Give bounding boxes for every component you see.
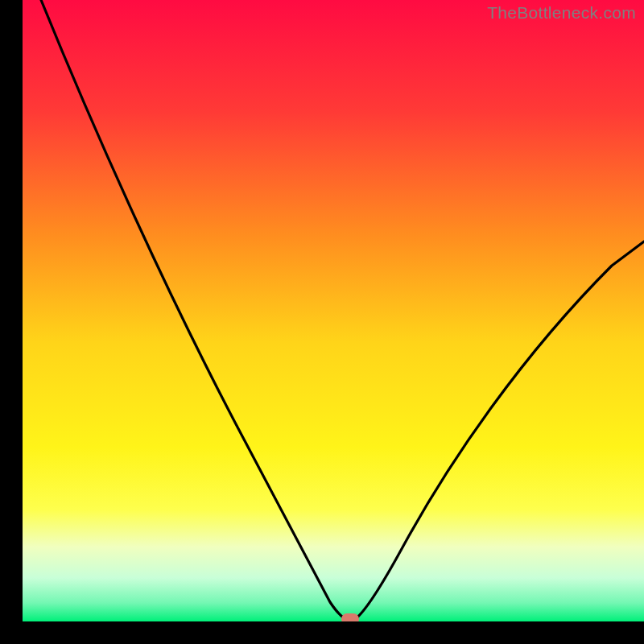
chart-svg bbox=[0, 0, 644, 644]
bottleneck-chart: TheBottleneck.com bbox=[0, 0, 644, 644]
gradient-background bbox=[23, 0, 644, 621]
frame-bottom bbox=[0, 621, 644, 644]
frame-left bbox=[0, 0, 23, 644]
watermark-text: TheBottleneck.com bbox=[487, 3, 636, 23]
